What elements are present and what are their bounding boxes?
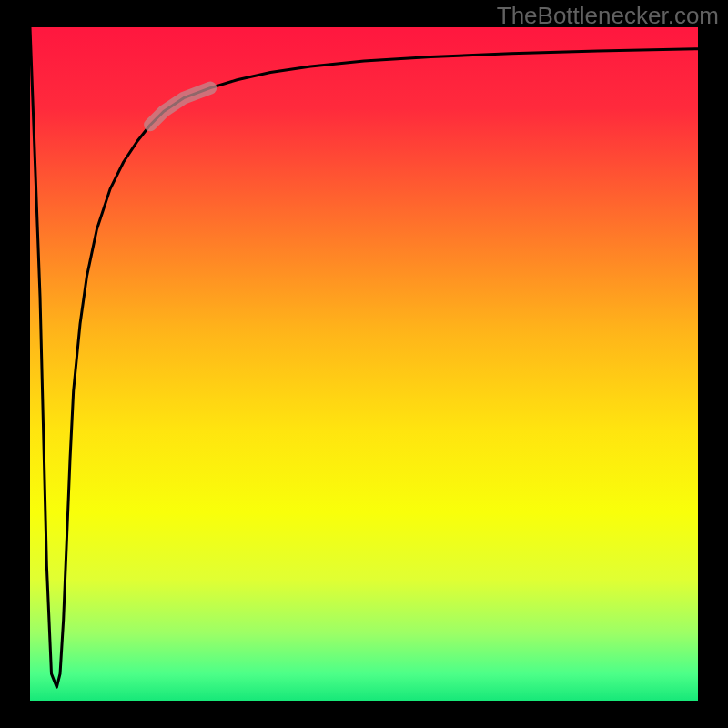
chart-frame: TheBottlenecker.com <box>0 0 728 728</box>
plot-background <box>30 27 698 701</box>
chart-svg <box>0 0 728 728</box>
watermark-text: TheBottlenecker.com <box>497 2 719 30</box>
